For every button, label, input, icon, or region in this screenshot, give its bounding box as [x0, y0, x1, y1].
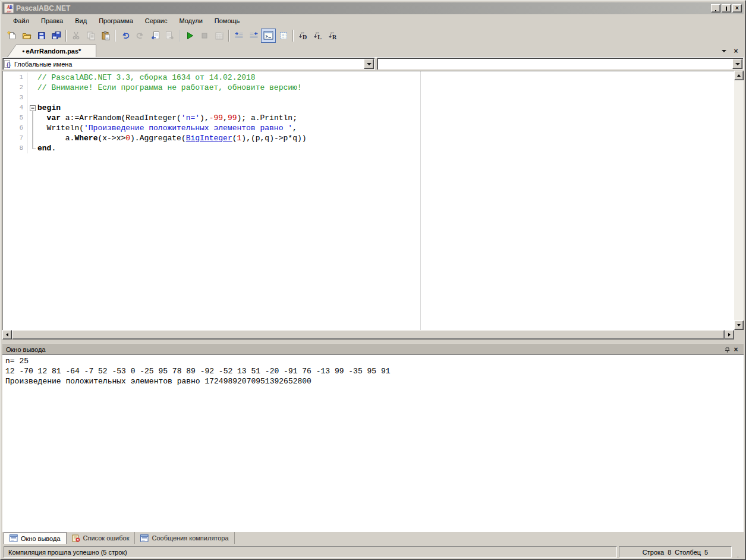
editor-vertical-scrollbar[interactable] [734, 71, 744, 330]
line-number: 7 [3, 133, 28, 143]
output-panel-title: Окно вывода [6, 346, 723, 353]
menu-item-правка[interactable]: Правка [35, 15, 69, 26]
toolbar-separator [179, 30, 180, 42]
panel-d-button[interactable]: PTD [295, 29, 310, 43]
menu-item-сервис[interactable]: Сервис [139, 15, 174, 26]
close-tab-button[interactable]: × [732, 47, 740, 55]
scroll-left-button[interactable] [2, 330, 12, 339]
code-line-4[interactable]: 4begin [3, 103, 734, 113]
code-text: a.Where(x->x>0).Aggregate(BigInteger(1),… [37, 133, 307, 143]
code-text: // PascalABC.NET 3.3, сборка 1634 от 14.… [37, 73, 256, 83]
document-tab-strip: • eArrRandom.pas* × [2, 44, 744, 58]
member-combobox[interactable] [377, 58, 744, 70]
undo-button[interactable] [118, 29, 133, 43]
code-line-6[interactable]: 6 Writeln('Произведение положительных эл… [3, 123, 734, 133]
editor-horizontal-scrollbar[interactable] [2, 330, 734, 339]
horizontal-scroll-thumb[interactable] [12, 330, 725, 339]
toolbar-separator [115, 30, 116, 42]
minimize-button[interactable] [711, 4, 720, 12]
new-file-button[interactable] [4, 29, 19, 43]
close-button[interactable]: × [732, 4, 742, 12]
maximize-button[interactable] [722, 4, 731, 12]
code-line-7[interactable]: 7 a.Where(x->x>0).Aggregate(BigInteger(1… [3, 133, 734, 143]
menu-item-вид[interactable]: Вид [69, 15, 93, 26]
output-line: n= 25 [5, 356, 741, 366]
line-number: 2 [3, 83, 28, 93]
console-window-icon [263, 31, 273, 40]
close-panel-button[interactable]: × [732, 345, 740, 353]
letter-d-icon: PTD [298, 31, 308, 40]
code-line-5[interactable]: 5 var a:=ArrRandom(ReadInteger('n='),-99… [3, 113, 734, 123]
svg-text:D: D [302, 33, 306, 40]
document-tab[interactable]: • eArrRandom.pas* [7, 45, 96, 57]
open-file-button[interactable] [19, 29, 34, 43]
fold-marker [28, 123, 37, 133]
stop-icon [200, 31, 209, 40]
output-console[interactable]: n= 2512 -70 12 81 -64 -7 52 -53 0 -25 95… [2, 354, 744, 532]
title-bar[interactable]: AB.net PascalABC.NET × [2, 2, 744, 14]
save-all-button[interactable] [49, 29, 64, 43]
next-position-button[interactable] [162, 29, 177, 43]
bottom-tab-label: Сообщения компилятора [152, 534, 228, 542]
toolbar-separator [292, 30, 294, 42]
panel-r-button[interactable]: PTR [325, 29, 340, 43]
code-line-3[interactable]: 3 [3, 93, 734, 103]
resize-grip[interactable] [734, 546, 742, 558]
menu-item-модули[interactable]: Модули [173, 15, 208, 26]
member-combobox-dropdown-button[interactable] [732, 59, 742, 69]
bottom-tab-список-ошибок[interactable]: Список ошибок [67, 532, 136, 544]
error-list-icon [72, 534, 80, 542]
open-folder-icon [22, 31, 32, 40]
console-toggle-button[interactable] [261, 29, 276, 43]
prev-position-button[interactable] [147, 29, 162, 43]
scroll-down-button[interactable] [734, 320, 744, 330]
chevron-down-icon [722, 50, 726, 52]
unindent-button[interactable] [246, 29, 261, 43]
code-text: begin [37, 103, 61, 113]
stop-button[interactable] [197, 29, 212, 43]
panel-l-button[interactable]: PTL [310, 29, 325, 43]
fold-marker[interactable] [28, 103, 37, 113]
indent-button[interactable] [231, 29, 246, 43]
copy-button[interactable] [83, 29, 98, 43]
line-number: 6 [3, 123, 28, 133]
pushpin-icon [725, 346, 731, 353]
new-file-icon [7, 31, 17, 40]
outline-toggle-button[interactable] [276, 29, 291, 43]
arrow-left-icon [6, 333, 8, 336]
paste-button[interactable] [98, 29, 113, 43]
redo-icon [136, 31, 145, 40]
pin-panel-button[interactable] [723, 345, 732, 353]
code-line-1[interactable]: 1// PascalABC.NET 3.3, сборка 1634 от 14… [3, 73, 734, 83]
cut-button[interactable] [68, 29, 83, 43]
chevron-down-icon [735, 63, 740, 65]
scroll-up-button[interactable] [734, 71, 744, 80]
tab-list-dropdown-button[interactable] [720, 47, 728, 55]
arrow-right-icon [728, 333, 731, 336]
code-navigator: {} Глобальные имена [2, 58, 744, 71]
minimize-icon [715, 10, 716, 11]
toolbar-separator [228, 30, 229, 42]
save-button[interactable] [34, 29, 49, 43]
panel-splitter[interactable] [2, 339, 744, 344]
scope-combobox[interactable]: {} Глобальные имена [2, 58, 375, 70]
svg-text:.net: .net [7, 10, 12, 13]
menu-item-файл[interactable]: Файл [7, 15, 35, 26]
scope-combobox-dropdown-button[interactable] [364, 59, 374, 69]
scroll-right-button[interactable] [725, 330, 734, 339]
menu-item-помощь[interactable]: Помощь [209, 15, 246, 26]
bottom-tab-окно-вывода[interactable]: Окно вывода [4, 532, 67, 544]
output-panel-header: Окно вывода × [2, 344, 744, 354]
code-text: end. [37, 143, 56, 153]
fold-margin [28, 93, 37, 103]
code-editor[interactable]: 1// PascalABC.NET 3.3, сборка 1634 от 14… [2, 71, 734, 330]
bottom-tab-сообщения-компилятора[interactable]: Сообщения компилятора [135, 532, 234, 544]
breakpoints-button[interactable] [212, 29, 226, 43]
page-arrow-left-icon [150, 31, 160, 40]
run-button[interactable] [182, 29, 197, 43]
code-line-8[interactable]: 8end. [3, 143, 734, 153]
code-line-2[interactable]: 2// Внимание! Если программа не работает… [3, 83, 734, 93]
redo-button[interactable] [133, 29, 147, 43]
arrow-up-icon [737, 74, 741, 77]
menu-item-программа[interactable]: Программа [93, 15, 139, 26]
